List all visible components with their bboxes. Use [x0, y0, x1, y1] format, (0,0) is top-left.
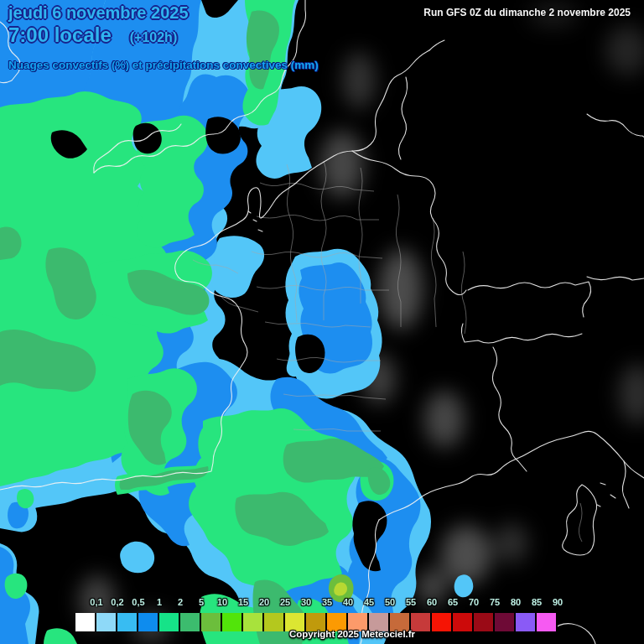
- forecast-offset: (+102h): [130, 30, 177, 44]
- forecast-time: 7:00 locale(+102h): [8, 23, 319, 47]
- weather-map: [0, 0, 644, 644]
- precip-layer-olive: [329, 574, 354, 602]
- copyright-notice: Copyright 2025 Meteociel.fr: [289, 629, 415, 639]
- forecast-date: jeudi 6 novembre 2025: [8, 3, 319, 23]
- map-subtitle: Nuages convectifs (%) et précipitations …: [8, 59, 319, 71]
- map-title-block: jeudi 6 novembre 2025 7:00 locale(+102h)…: [8, 3, 319, 71]
- model-run-info: Run GFS 0Z du dimanche 2 novembre 2025: [423, 7, 631, 18]
